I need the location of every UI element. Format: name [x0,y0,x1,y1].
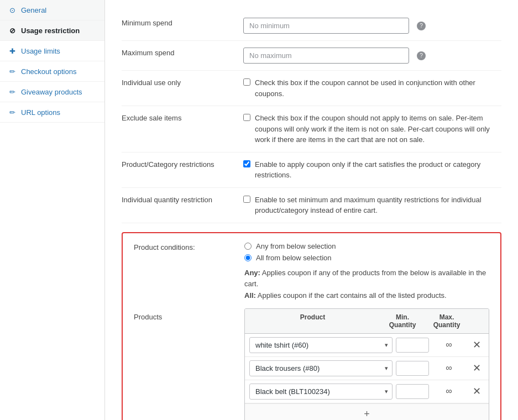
col-product-header: Product [245,309,380,333]
col-min-qty-header: Min. Quantity [380,309,425,333]
radio-all-label: All from below selection [256,254,332,262]
radio-all[interactable] [244,254,252,261]
max-qty-3: ∞ [432,386,465,396]
remove-row-2-button[interactable]: ✕ [469,360,484,376]
maximum-spend-label: Maximum spend [122,48,243,57]
max-qty-1: ∞ [432,340,465,350]
products-section: Products Product Min. Quantity Max. Quan… [134,308,489,420]
product-category-label: Product/Category restrictions [122,159,243,169]
table-row: Black trousers (#80) ▾ ∞ ✕ [245,357,489,380]
maximum-spend-input[interactable] [243,48,409,64]
radio-group: Any from below selection All from below … [244,242,489,262]
minimum-spend-row: Minimum spend ? [122,11,501,41]
maximum-spend-row: Maximum spend ? [122,41,501,71]
general-icon: ⊙ [8,6,17,14]
exclude-sale-label: Exclude sale items [122,113,243,122]
any-label: Any: [244,269,260,277]
any-all-note: Any: Applies coupon if any of the produc… [244,267,489,302]
individual-qty-row: Individual quantity restriction Enable t… [122,188,501,223]
remove-row-3-button[interactable]: ✕ [469,384,484,399]
exclude-sale-row: Exclude sale items Check this box if the… [122,106,501,153]
individual-use-checkbox[interactable] [243,78,250,86]
product-category-checkbox[interactable] [243,160,250,167]
maximum-spend-help-icon[interactable]: ? [417,51,426,60]
url-options-icon: ✏ [8,108,17,117]
table-header: Product Min. Quantity Max. Quantity [245,309,489,334]
individual-use-label: Individual use only [122,77,243,87]
conditions-section-label: Product conditions: [134,242,244,251]
minimum-spend-label: Minimum spend [122,18,243,27]
sidebar-item-giveaway-products[interactable]: ✏ Giveaway products [0,82,104,102]
all-label: All: [244,291,256,300]
radio-any[interactable] [244,243,252,250]
sidebar-item-usage-limits[interactable]: ✚ Usage limits [0,41,104,61]
products-table: Product Min. Quantity Max. Quantity whit… [244,308,489,420]
product-select-1[interactable]: white tshirt (#60) [249,337,393,353]
sidebar-item-usage-restriction[interactable]: ⊘ Usage restriction [0,20,104,41]
products-label: Products [134,308,244,321]
checkout-options-icon: ✏ [8,67,17,76]
table-row: Black belt (BLT100234) ▾ ∞ ✕ [245,380,489,403]
individual-use-row: Individual use only Check this box if th… [122,71,501,106]
product-conditions-box: Product conditions: Any from below selec… [122,232,501,421]
radio-any-item: Any from below selection [244,242,489,250]
remove-row-1-button[interactable]: ✕ [469,337,484,353]
minimum-spend-help-icon[interactable]: ? [417,22,426,30]
product-category-row: Product/Category restrictions Enable to … [122,153,501,188]
product-select-3[interactable]: Black belt (BLT100234) [249,384,393,400]
giveaway-products-icon: ✏ [8,87,17,96]
usage-restriction-icon: ⊘ [8,26,17,35]
usage-limits-icon: ✚ [8,46,17,55]
min-qty-input-2[interactable] [396,361,429,376]
sidebar-item-url-options[interactable]: ✏ URL options [0,102,104,123]
max-qty-2: ∞ [432,363,465,373]
min-qty-input-1[interactable] [396,338,429,353]
minimum-spend-input[interactable] [243,18,409,34]
col-action-header [469,309,489,333]
product-category-checkbox-label: Enable to apply coupon only if the cart … [255,159,501,181]
sidebar: ⊙ General ⊘ Usage restriction ✚ Usage li… [0,0,105,420]
any-note-text: Applies coupon if any of the products fr… [244,269,486,288]
all-note-text: Applies coupon if the cart contains all … [258,291,447,300]
main-content: Minimum spend ? Maximum spend ? Individu… [105,0,518,420]
exclude-sale-checkbox-label: Check this box if the coupon should not … [255,113,501,145]
conditions-radio-row: Product conditions: Any from below selec… [134,242,489,308]
radio-all-item: All from below selection [244,254,489,262]
table-row: white tshirt (#60) ▾ ∞ ✕ [245,334,489,357]
individual-qty-checkbox-label: Enable to set minimum and maximum quanti… [255,195,501,216]
sidebar-item-general[interactable]: ⊙ General [0,0,104,20]
sidebar-item-checkout-options[interactable]: ✏ Checkout options [0,61,104,82]
exclude-sale-checkbox[interactable] [243,114,250,121]
individual-use-checkbox-label: Check this box if the coupon cannot be u… [255,77,501,99]
individual-qty-label: Individual quantity restriction [122,195,243,204]
min-qty-input-3[interactable] [396,384,429,399]
product-select-2[interactable]: Black trousers (#80) [249,360,393,376]
individual-qty-checkbox[interactable] [243,196,250,203]
col-max-qty-header: Max. Quantity [425,309,469,333]
radio-any-label: Any from below selection [256,242,336,250]
add-product-row-button[interactable]: + [245,403,489,420]
